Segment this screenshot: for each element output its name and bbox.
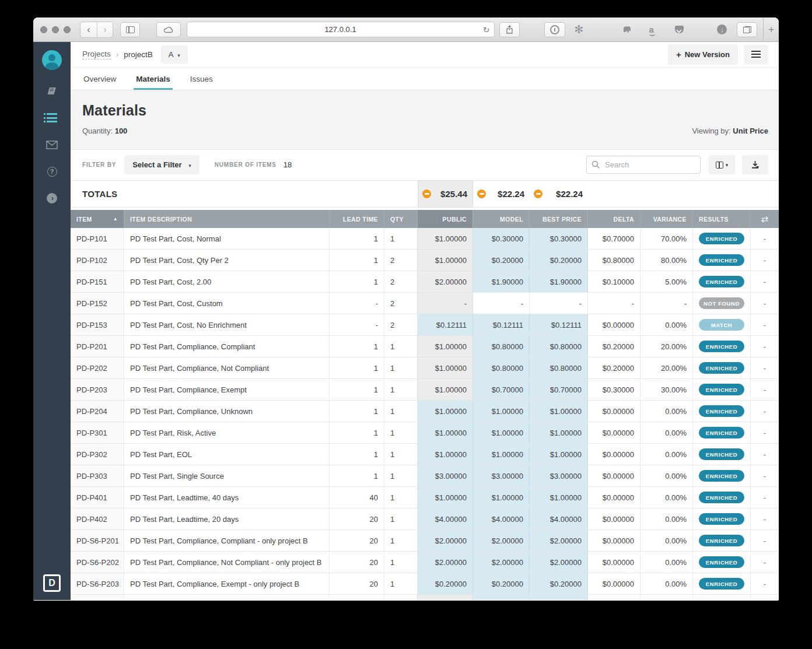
filter-dropdown[interactable]: Select a Filter ▾	[124, 155, 200, 174]
column-header-qty[interactable]: QTY	[384, 210, 418, 228]
filter-by-label: FILTER BY	[82, 162, 116, 168]
cell-item: PD-P204	[71, 401, 124, 422]
status-badge: ENRICHED	[699, 470, 744, 482]
version-dropdown[interactable]: A ▾	[161, 45, 188, 64]
tab-overview-button[interactable]	[737, 22, 758, 37]
column-header-description[interactable]: ITEM DESCRIPTION	[124, 210, 330, 228]
icloud-tabs-button[interactable]	[156, 22, 181, 37]
menu-button[interactable]	[744, 45, 768, 64]
share-button[interactable]	[499, 22, 520, 37]
table-body: PD-P101PD Test Part, Cost, Normal11$1.00…	[71, 228, 779, 600]
minimize-button[interactable]	[52, 26, 59, 33]
zoom-button[interactable]	[64, 26, 71, 33]
table-row[interactable]: PD-P151PD Test Part, Cost, 2.0012$2.0000…	[71, 271, 779, 293]
cell-best: $0.70000	[530, 379, 588, 400]
reload-icon[interactable]: ↻	[483, 25, 490, 34]
compare-column-icon[interactable]: ⇄	[751, 210, 779, 228]
filter-selected-value: Select a Filter	[132, 160, 182, 169]
cell-lead: 1	[330, 336, 384, 357]
cell-delta: $0.00000	[588, 422, 640, 443]
desktop-background: ‹ › 127.0.0.1 ↻	[0, 0, 812, 649]
columns-button[interactable]: ▾	[709, 155, 735, 174]
cell-best: $1.00000	[530, 487, 588, 508]
sidebar-toggle-button[interactable]	[120, 22, 140, 37]
avatar[interactable]	[42, 50, 62, 70]
column-header-best-price[interactable]: BEST PRICE	[530, 210, 588, 228]
status-badge: ENRICHED	[699, 233, 744, 244]
cell-delta: $0.00000	[588, 314, 640, 335]
export-button[interactable]	[742, 155, 768, 174]
column-header-public[interactable]: PUBLIC	[418, 210, 473, 228]
status-badge: ENRICHED	[699, 492, 744, 503]
cell-model: $1.90000	[473, 271, 530, 292]
cell-qty: 1	[384, 552, 418, 573]
amazon-extension-button[interactable]: a	[642, 22, 662, 37]
status-badge: MATCH	[699, 319, 744, 331]
cell-item: PD-P101	[71, 228, 124, 249]
pocket-extension-button[interactable]	[670, 22, 690, 37]
column-header-lead-time[interactable]: LEAD TIME	[330, 210, 384, 228]
back-button[interactable]: ‹	[80, 22, 97, 37]
table-row[interactable]: PD-P102PD Test Part, Cost, Qty Per 212$1…	[71, 250, 779, 271]
table-row[interactable]: PD-S6-P202PD Test Part, Compliance, Not …	[71, 552, 779, 573]
number-of-items-value: 18	[284, 160, 292, 169]
new-version-button[interactable]: + New Version	[668, 44, 738, 65]
sidebar-item-library[interactable]	[45, 85, 59, 97]
downloads-button[interactable]: ↓	[712, 22, 732, 37]
table-row[interactable]: PD-P201PD Test Part, Compliance, Complia…	[71, 336, 779, 357]
sidebar-item-help[interactable]: ?	[45, 166, 59, 177]
cell-variance: 70.00%	[640, 228, 693, 249]
evernote-extension-button[interactable]	[617, 22, 637, 37]
breadcrumb-projects-link[interactable]: Projects	[82, 50, 111, 59]
cell-description: PD Test Part, Cost, Normal	[124, 228, 330, 249]
amazon-icon: a	[649, 25, 654, 34]
tab-overview[interactable]: Overview	[82, 68, 117, 90]
cell-best: $0.30000	[530, 228, 588, 249]
onepassword-extension-button[interactable]	[544, 22, 565, 37]
cell-delta: $0.20000	[588, 357, 640, 378]
table-row[interactable]: PD-P152PD Test Part, Cost, Custom-2-----…	[71, 293, 779, 314]
column-header-delta[interactable]: DELTA	[588, 210, 640, 228]
sidebar-item-expand[interactable]: ›	[45, 192, 59, 204]
cell-qty: 1	[384, 336, 418, 357]
table-row[interactable]: PD-P303PD Test Part, Single Source11$3.0…	[71, 465, 779, 487]
close-button[interactable]	[40, 26, 47, 33]
cell-lead: 1	[330, 271, 384, 292]
cell-compare: -	[751, 487, 779, 508]
table-row[interactable]: PD-P101PD Test Part, Cost, Normal11$1.00…	[71, 228, 779, 250]
column-header-item[interactable]: ITEM ▲	[71, 210, 124, 228]
column-header-variance[interactable]: VARIANCE	[640, 210, 693, 228]
cell-delta: $0.70000	[588, 228, 640, 249]
new-tab-button[interactable]: +	[764, 22, 779, 37]
forward-button[interactable]: ›	[97, 22, 113, 37]
tab-issues[interactable]: Issues	[189, 68, 214, 90]
column-header-model[interactable]: MODEL	[473, 210, 530, 228]
cell-results: MATCH	[693, 314, 751, 335]
sidebar-item-projects[interactable]	[45, 112, 59, 124]
table-row[interactable]: PD-S6-P201PD Test Part, Compliance, Comp…	[71, 530, 779, 552]
asterisk-extension-button[interactable]: ✻	[569, 22, 590, 37]
cell-lead: 20	[330, 552, 384, 573]
table-row[interactable]: PD-P202PD Test Part, Compliance, Not Com…	[71, 357, 779, 379]
table-row[interactable]: PD-P204PD Test Part, Compliance, Unknown…	[71, 401, 779, 422]
sidebar-item-messages[interactable]	[45, 139, 59, 150]
cell-item: PD-S6-P201	[71, 530, 124, 551]
status-badge: ENRICHED	[699, 448, 744, 460]
column-header-results[interactable]: RESULTS	[693, 210, 751, 228]
search-input[interactable]	[586, 156, 701, 174]
cell-results: ENRICHED	[693, 336, 751, 357]
address-bar[interactable]: 127.0.0.1 ↻	[187, 22, 495, 37]
cell-variance: 0.00%	[640, 573, 693, 594]
chevron-down-icon: ▾	[177, 52, 180, 58]
table-row[interactable]: PD-P153PD Test Part, Cost, No Enrichment…	[71, 314, 779, 336]
table-row[interactable]: PD-P203PD Test Part, Compliance, Exempt1…	[71, 379, 779, 401]
cell-lead: 20	[330, 573, 384, 594]
cell-item: PD-S6-P203	[71, 573, 124, 594]
table-row[interactable]: PD-P302PD Test Part, EOL11$1.00000$1.000…	[71, 444, 779, 465]
table-row[interactable]: PD-P402PD Test Part, Leadtime, 20 days20…	[71, 508, 779, 530]
table-row[interactable]: PD-P401PD Test Part, Leadtime, 40 days40…	[71, 487, 779, 508]
table-row[interactable]: PD-P301PD Test Part, Risk, Active11$1.00…	[71, 422, 779, 444]
cell-qty: 1	[384, 401, 418, 422]
tab-materials[interactable]: Materials	[135, 68, 172, 90]
table-row[interactable]: PD-S6-P203PD Test Part, Compliance, Exem…	[71, 573, 779, 595]
